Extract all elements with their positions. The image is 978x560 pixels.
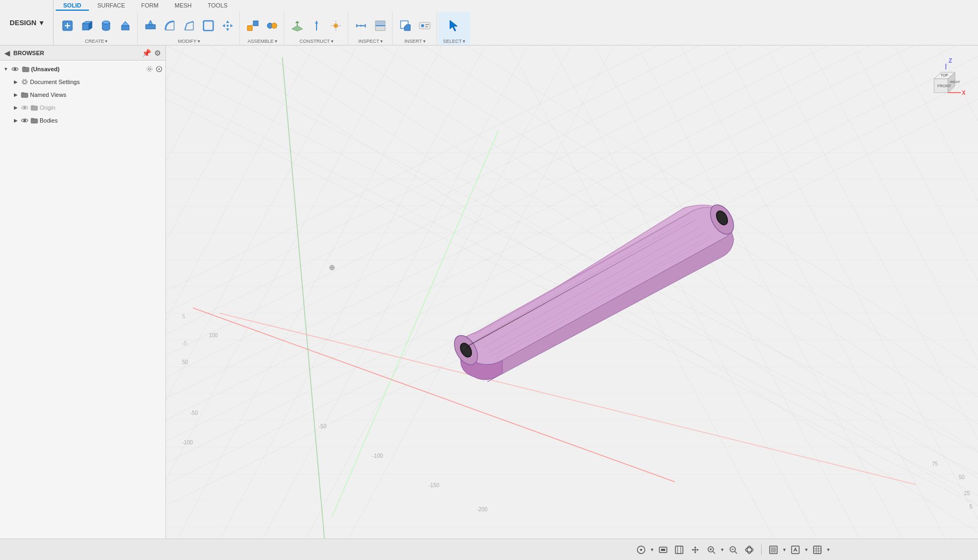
tree-eye-bodies[interactable]	[20, 116, 29, 125]
svg-rect-164	[661, 549, 665, 551]
axis-icon[interactable]	[308, 17, 325, 34]
section-analysis-icon[interactable]	[372, 17, 389, 34]
joint-icon[interactable]	[264, 17, 281, 34]
svg-text:-50: -50	[319, 423, 327, 429]
construct-label: CONSTRUCT ▾	[299, 39, 334, 44]
svg-text:-5: -5	[182, 340, 187, 346]
sidebar-settings-icon[interactable]: ⚙	[154, 49, 161, 57]
tab-solid[interactable]: SOLID	[56, 1, 89, 11]
display-settings-icon[interactable]	[673, 543, 686, 556]
tree-item-origin[interactable]: ▶ Origin	[0, 101, 165, 114]
tree-expand-origin[interactable]: ▶	[12, 104, 19, 111]
select-label: SELECT ▾	[443, 39, 465, 44]
svg-marker-22	[222, 24, 225, 27]
point-icon[interactable]	[327, 17, 344, 34]
svg-text:25: 25	[964, 490, 971, 496]
assemble-label: ASSEMBLE ▾	[247, 39, 277, 44]
effects-icon[interactable]	[789, 543, 802, 556]
3d-bar-clean	[330, 201, 739, 382]
tab-surface[interactable]: SURFACE	[90, 1, 133, 11]
grid-effects-icon[interactable]	[811, 543, 824, 556]
tree-eye-origin[interactable]	[20, 103, 29, 112]
toolbar-group-assemble: ASSEMBLE ▾	[241, 12, 284, 45]
svg-marker-23	[230, 24, 233, 27]
tree-expand-bodies[interactable]: ▶	[12, 117, 19, 124]
fillet-icon[interactable]	[161, 17, 178, 34]
create-label: CREATE ▾	[85, 39, 108, 44]
construct-icons	[289, 14, 344, 37]
tree-item-bodies[interactable]: ▶ Bodies	[0, 114, 165, 127]
tab-mesh[interactable]: MESH	[167, 1, 199, 11]
display-mode-dropdown[interactable]: ▾	[783, 547, 786, 553]
svg-line-95	[637, 46, 914, 539]
measure-icon[interactable]	[352, 17, 370, 34]
decal-icon[interactable]	[416, 17, 433, 34]
sidebar-pin-icon[interactable]: 📌	[142, 49, 151, 57]
sidebar-header: ◀ BROWSER 📌 ⚙	[0, 46, 165, 60]
svg-line-129	[332, 131, 498, 517]
svg-text:50: 50	[959, 474, 965, 480]
pan-icon[interactable]	[689, 543, 702, 556]
zoom-icon[interactable]	[705, 543, 718, 556]
tree-expand-views[interactable]: ▶	[12, 91, 19, 99]
capture-design-icon[interactable]	[657, 543, 669, 556]
tab-form[interactable]: FORM	[134, 1, 166, 11]
svg-point-162	[640, 549, 642, 551]
plane-icon[interactable]	[289, 17, 306, 34]
move-icon[interactable]	[219, 17, 236, 34]
zoom-fit-icon[interactable]	[727, 543, 740, 556]
svg-rect-186	[814, 546, 821, 554]
tree-item-named-views[interactable]: ▶ Named Views	[0, 88, 165, 101]
extrude-icon[interactable]	[117, 17, 134, 34]
design-label: DESIGN	[10, 19, 36, 27]
svg-line-111	[166, 46, 785, 539]
tree-item-root[interactable]: ▼ (Unsaved)	[0, 63, 165, 75]
shell-icon[interactable]	[200, 17, 217, 34]
effects-dropdown[interactable]: ▾	[805, 547, 808, 553]
tree-item-document-settings[interactable]: ▶ Document Settings	[0, 75, 165, 88]
tree-eye-root[interactable]	[11, 65, 19, 73]
box-icon[interactable]	[78, 17, 95, 34]
modify-label: MODIFY ▾	[178, 39, 200, 44]
design-dropdown-arrow[interactable]: ▾	[40, 19, 43, 27]
tree-expand-doc[interactable]: ▶	[12, 78, 19, 86]
tab-tools[interactable]: TOOLS	[200, 1, 235, 11]
svg-rect-184	[792, 546, 799, 554]
tree-settings-root[interactable]	[145, 65, 154, 73]
sidebar-collapse-icon[interactable]: ◀	[4, 49, 10, 57]
zoom-dropdown[interactable]: ▾	[721, 547, 724, 553]
svg-point-55	[148, 68, 151, 70]
design-button[interactable]: DESIGN ▾	[0, 0, 54, 45]
chamfer-icon[interactable]	[180, 17, 198, 34]
svg-line-96	[680, 46, 957, 539]
svg-text:50: 50	[182, 359, 189, 365]
grid-dropdown[interactable]: ▾	[827, 547, 830, 553]
svg-point-64	[24, 119, 26, 122]
orbit-icon[interactable]	[743, 543, 756, 556]
inspect-icons	[352, 14, 389, 37]
select-icon[interactable]	[446, 17, 463, 34]
insert-icon[interactable]	[397, 17, 414, 34]
tree-label-bodies: Bodies	[40, 117, 163, 124]
new-component-icon[interactable]	[59, 17, 76, 34]
cube-navigator[interactable]: Z FRONT RIGHT TOP X	[924, 56, 967, 99]
snap-dropdown[interactable]: ▾	[651, 547, 653, 553]
toolbar-groups: CREATE ▾	[54, 12, 978, 45]
svg-text:-100: -100	[182, 440, 193, 445]
tree-folder-bodies	[30, 116, 39, 125]
tree-refresh-root[interactable]	[155, 65, 163, 73]
svg-line-125	[166, 46, 185, 539]
svg-rect-65	[31, 119, 37, 123]
display-mode-icon[interactable]	[767, 543, 780, 556]
snap-icon[interactable]	[635, 543, 648, 556]
svg-line-174	[713, 551, 715, 554]
assemble-icon[interactable]	[244, 17, 261, 34]
cylinder-icon[interactable]	[97, 17, 115, 34]
press-pull-icon[interactable]	[142, 17, 159, 34]
svg-rect-165	[675, 546, 683, 554]
tree-label-doc-settings: Document Settings	[30, 79, 163, 85]
tree-expand-root[interactable]: ▼	[2, 65, 10, 73]
svg-line-127	[282, 57, 326, 539]
toolbar-group-insert: INSERT ▾	[394, 12, 437, 45]
viewport[interactable]: 100 50 -50 -100 -50 -100 -150 -200 75 50…	[166, 46, 978, 539]
